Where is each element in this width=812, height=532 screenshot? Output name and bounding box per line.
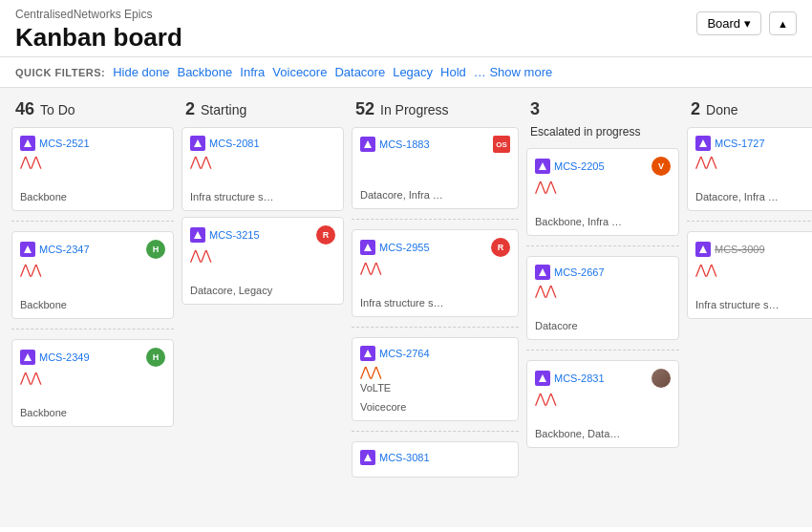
card-type-icon (695, 136, 711, 151)
filter-datacore[interactable]: Datacore (334, 65, 385, 79)
card-desc: Infra structure s… (360, 297, 510, 309)
card-mcs-2764[interactable]: MCS-2764 ⋀⋀ VoLTE Voicecore (352, 337, 519, 421)
priority-icon: ⋀⋀ (360, 261, 510, 274)
card-avatar: H (146, 240, 165, 259)
svg-marker-5 (364, 140, 372, 148)
quick-filters-label: QUICK FILTERS: (15, 67, 105, 78)
card-desc: Datacore (535, 320, 671, 331)
card-desc: Infra structure s… (695, 299, 812, 310)
card-mcs-3009[interactable]: MCS-3009 V ⋀⋀ Infra structure s… (687, 231, 812, 319)
filter-hold[interactable]: Hold (440, 65, 466, 79)
header: CentralisedNetworks Epics Kanban board B… (0, 0, 812, 57)
column-todo: 46 To Do MCS-2521 ⋀⋀ Backbone (11, 99, 174, 516)
svg-marker-7 (364, 350, 372, 357)
card-desc: VoLTE (360, 382, 510, 394)
done-cards: MCS-1727 ⋀⋀ Datacore, Infra … MCS-3009 (687, 127, 812, 319)
card-type-icon (535, 265, 550, 280)
priority-icon: ⋀⋀ (695, 263, 812, 276)
card-id-label: MCS-2831 (554, 372, 605, 384)
card-avatar: V (652, 157, 671, 176)
openstack-icon: OS (493, 136, 510, 153)
card-id-label: MCS-2667 (554, 266, 605, 278)
col-done-title: Done (706, 102, 737, 117)
col-starting-title: Starting (201, 102, 246, 117)
priority-icon: ⋀⋀ (535, 392, 671, 405)
card-avatar: R (316, 225, 335, 245)
col-todo-count: 46 (15, 99, 34, 119)
filter-backbone[interactable]: Backbone (177, 65, 232, 79)
card-mcs-2349[interactable]: MCS-2349 H ⋀⋀ Backbone (11, 339, 174, 427)
svg-marker-0 (24, 139, 32, 147)
card-mcs-1883[interactable]: MCS-1883 OS Datacore, Infra … (352, 127, 519, 209)
card-mcs-2081[interactable]: MCS-2081 ⋀⋀ Infra structure s… (182, 127, 344, 211)
card-id-label: MCS-2081 (209, 138, 260, 149)
priority-icon: ⋀⋀ (190, 248, 335, 262)
priority-icon: ⋀⋀ (695, 155, 812, 168)
priority-icon: ⋀⋀ (20, 155, 165, 168)
card-type-icon (20, 242, 35, 257)
svg-marker-8 (364, 454, 372, 461)
card-type-icon (360, 450, 375, 465)
col-inprogress-count: 52 (355, 99, 374, 119)
column-done: 2 Done MCS-1727 ⋀⋀ Datacore, Infra … (687, 99, 812, 516)
card-mcs-2667[interactable]: MCS-2667 ⋀⋀ Datacore (526, 256, 679, 340)
collapse-button[interactable]: ▲ (769, 11, 797, 35)
card-desc: Backbone, Infra … (535, 216, 671, 227)
priority-icon: ⋀⋀ (535, 180, 671, 193)
col-done-count: 2 (691, 99, 700, 119)
card-avatar: H (146, 348, 165, 367)
card-mcs-2955[interactable]: MCS-2955 R ⋀⋀ Infra structure s… (352, 229, 519, 317)
card-type-icon (360, 137, 375, 152)
priority-icon: ⋀⋀ (360, 365, 510, 378)
card-mcs-2205[interactable]: MCS-2205 V ⋀⋀ Backbone, Infra … (526, 148, 679, 236)
breadcrumb: CentralisedNetworks Epics (15, 8, 797, 21)
card-mcs-1727[interactable]: MCS-1727 ⋀⋀ Datacore, Infra … (687, 127, 812, 211)
card-type-icon (360, 240, 375, 255)
column-starting: 2 Starting MCS-2081 ⋀⋀ Infra structure s… (182, 99, 344, 516)
priority-icon: ⋀⋀ (190, 155, 335, 168)
svg-marker-12 (699, 139, 707, 147)
svg-marker-11 (539, 374, 546, 382)
card-id-label: MCS-1727 (715, 138, 765, 149)
card-mcs-3081[interactable]: MCS-3081 (352, 441, 519, 478)
filter-voicecore[interactable]: Voicecore (272, 65, 327, 79)
card-type-icon (20, 350, 35, 365)
card-mcs-2831[interactable]: MCS-2831 ⋀⋀ Backbone, Data… (526, 360, 679, 448)
page-title: Kanban board (15, 23, 797, 53)
card-mcs-3215[interactable]: MCS-3215 R ⋀⋀ Datacore, Legacy (182, 217, 344, 305)
card-type-icon (190, 136, 205, 151)
show-more-filters[interactable]: … Show more (474, 65, 552, 79)
svg-marker-10 (539, 268, 546, 276)
card-type-icon (535, 159, 550, 174)
svg-marker-1 (24, 245, 32, 253)
kanban-board: 46 To Do MCS-2521 ⋀⋀ Backbone (0, 88, 812, 527)
filter-hide-done[interactable]: Hide done (113, 65, 169, 79)
filter-infra[interactable]: Infra (240, 65, 265, 79)
card-type-icon (190, 227, 205, 243)
card-id-label: MCS-2347 (39, 244, 90, 255)
card-type-icon (20, 136, 35, 151)
card-desc: Infra structure s… (190, 191, 335, 202)
filter-legacy[interactable]: Legacy (393, 65, 433, 79)
card-id-label: MCS-2521 (39, 138, 90, 149)
board-button-label: Board (707, 16, 740, 31)
column-escalated: 3 Escalated in progress MCS-2205 V ⋀⋀ (526, 99, 679, 516)
quick-filters-bar: QUICK FILTERS: Hide done Backbone Infra … (0, 57, 812, 88)
card-mcs-2521[interactable]: MCS-2521 ⋀⋀ Backbone (11, 127, 174, 211)
card-desc: Backbone, Data… (535, 428, 671, 439)
card-avatar-photo (652, 369, 671, 388)
card-desc: Datacore, Infra … (360, 189, 510, 201)
card-avatar: R (491, 238, 510, 257)
svg-marker-9 (539, 162, 546, 170)
col-starting-count: 2 (185, 99, 195, 119)
col-escalated-count: 3 (530, 99, 540, 119)
card-id-label: MCS-3081 (379, 452, 430, 463)
card-desc: Backbone (20, 299, 165, 310)
card-id-label: MCS-3215 (209, 229, 260, 241)
todo-cards: MCS-2521 ⋀⋀ Backbone MCS-2347 H (11, 127, 174, 427)
board-button[interactable]: Board ▾ (696, 11, 761, 35)
card-id-label: MCS-2955 (379, 242, 430, 253)
collapse-icon: ▲ (778, 18, 788, 30)
card-mcs-2347[interactable]: MCS-2347 H ⋀⋀ Backbone (11, 231, 174, 319)
col-inprogress-title: In Progress (380, 102, 449, 117)
